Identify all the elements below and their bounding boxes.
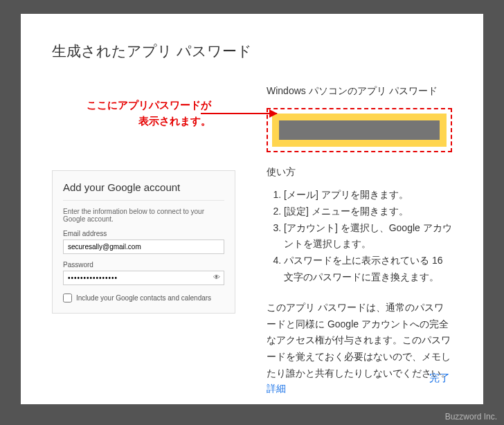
annotation-text: ここにアプリパスワードが 表示されます。: [52, 85, 260, 129]
annotation-line2: 表示されます。: [138, 115, 211, 127]
modal-title: 生成されたアプリ パスワード: [52, 42, 452, 61]
howto-title: 使い方: [267, 166, 452, 179]
watermark: Buzzword Inc.: [445, 412, 497, 422]
include-contacts-checkbox[interactable]: [63, 293, 72, 302]
left-column: ここにアプリパスワードが 表示されます。 Add your Google acc…: [52, 85, 260, 395]
password-highlight-box: [267, 108, 452, 152]
password-yellow-box: [272, 114, 447, 147]
content-row: ここにアプリパスワードが 表示されます。 Add your Google acc…: [52, 85, 452, 395]
disclaimer-text: このアプリ パスワードは、通常のパスワードと同様に Google アカウントへの…: [267, 300, 452, 382]
details-link[interactable]: 詳細: [267, 383, 286, 394]
email-field[interactable]: [63, 239, 224, 254]
howto-step: [アカウント] を選択し、Google アカウントを選択します。: [284, 220, 452, 253]
right-column: Windows パソコンのアプリ パスワード 使い方 [メール] アプリを開きま…: [260, 85, 452, 395]
account-card-title: Add your Google account: [63, 181, 224, 201]
password-label: Password: [63, 261, 224, 269]
device-title: Windows パソコンのアプリ パスワード: [267, 85, 452, 98]
checkbox-label: Include your Google contacts and calenda…: [76, 294, 211, 302]
annotation-line1: ここにアプリパスワードが: [87, 99, 211, 111]
password-row: 👁: [63, 271, 224, 293]
howto-step: [設定] メニューを開きます。: [284, 204, 452, 220]
account-card: Add your Google account Enter the inform…: [52, 170, 235, 314]
howto-list: [メール] アプリを開きます。 [設定] メニューを開きます。 [アカウント] …: [267, 187, 452, 286]
done-button[interactable]: 完了: [429, 372, 450, 385]
arrow-icon: [201, 113, 277, 114]
howto-step: [メール] アプリを開きます。: [284, 187, 452, 204]
account-card-description: Enter the information below to connect t…: [63, 208, 224, 223]
checkbox-row: Include your Google contacts and calenda…: [63, 293, 224, 302]
password-redacted-bar: [279, 120, 440, 140]
app-password-modal: 生成されたアプリ パスワード ここにアプリパスワードが 表示されます。 Add …: [21, 14, 483, 404]
password-field[interactable]: [63, 271, 224, 285]
email-label: Email address: [63, 230, 224, 237]
howto-step: パスワードを上に表示されている 16 文字のパスワードに置き換えます。: [284, 253, 452, 286]
eye-icon[interactable]: 👁: [213, 273, 220, 281]
